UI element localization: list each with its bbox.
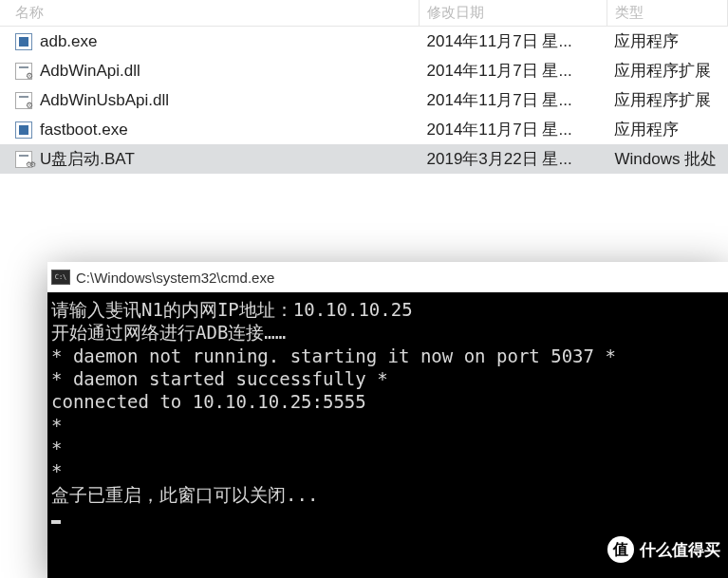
file-name: fastboot.exe <box>40 121 128 140</box>
file-date: 2014年11月7日 星... <box>420 85 607 115</box>
exe-file-icon <box>15 33 32 50</box>
file-date: 2014年11月7日 星... <box>420 27 607 57</box>
cmd-title: C:\Windows\system32\cmd.exe <box>76 270 274 286</box>
file-type: 应用程序扩展 <box>607 56 727 85</box>
watermark: 值 什么值得买 <box>607 536 720 563</box>
file-type: 应用程序 <box>607 115 727 144</box>
column-header-name[interactable]: 名称 <box>0 0 420 27</box>
file-type: 应用程序 <box>607 27 727 57</box>
watermark-logo: 值 <box>607 536 634 563</box>
file-type: Windows 批处 <box>607 144 727 174</box>
exe-file-icon <box>15 121 32 139</box>
cmd-output: 请输入斐讯N1的内网IP地址：10.10.10.25 开始通过网络进行ADB连接… <box>47 292 728 534</box>
file-type: 应用程序扩展 <box>607 85 727 115</box>
cmd-cursor <box>51 520 61 524</box>
file-date: 2014年11月7日 星... <box>420 56 607 85</box>
dll-file-icon <box>15 63 32 80</box>
cmd-icon <box>51 270 70 285</box>
table-row[interactable]: AdbWinApi.dll2014年11月7日 星...应用程序扩展 <box>0 56 728 85</box>
file-name: AdbWinUsbApi.dll <box>40 91 169 110</box>
column-header-row: 名称 修改日期 类型 <box>0 0 728 27</box>
file-date: 2019年3月22日 星... <box>420 144 607 174</box>
table-row[interactable]: AdbWinUsbApi.dll2014年11月7日 星...应用程序扩展 <box>0 85 728 115</box>
file-name: U盘启动.BAT <box>40 148 135 170</box>
table-row[interactable]: U盘启动.BAT2019年3月22日 星...Windows 批处 <box>0 144 728 174</box>
file-list: 名称 修改日期 类型 adb.exe2014年11月7日 星...应用程序Adb… <box>0 0 728 174</box>
table-row[interactable]: adb.exe2014年11月7日 星...应用程序 <box>0 27 728 57</box>
cmd-titlebar[interactable]: C:\Windows\system32\cmd.exe <box>47 262 728 292</box>
watermark-text: 什么值得买 <box>640 539 720 561</box>
file-date: 2014年11月7日 星... <box>420 115 607 144</box>
bat-file-icon <box>15 151 32 168</box>
table-row[interactable]: fastboot.exe2014年11月7日 星...应用程序 <box>0 115 728 144</box>
file-name: adb.exe <box>40 32 98 51</box>
column-header-type[interactable]: 类型 <box>607 0 727 27</box>
file-name: AdbWinApi.dll <box>40 62 140 81</box>
dll-file-icon <box>15 92 32 109</box>
cmd-window: C:\Windows\system32\cmd.exe 请输入斐讯N1的内网IP… <box>47 262 728 578</box>
column-header-date[interactable]: 修改日期 <box>420 0 607 27</box>
